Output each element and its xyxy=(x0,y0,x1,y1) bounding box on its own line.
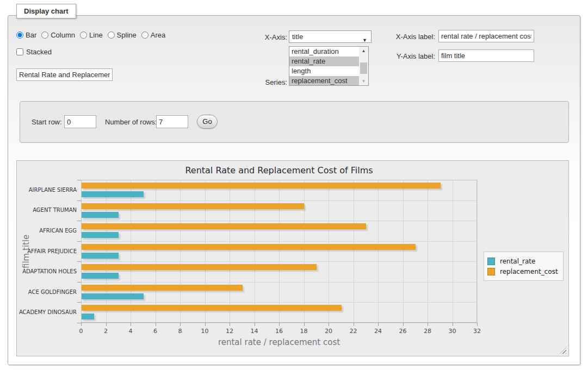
y-tick xyxy=(77,241,81,242)
chevron-down-icon: ▼ xyxy=(362,35,367,46)
start-row-label: Start row: xyxy=(32,118,62,126)
x-axis-selected-value: title xyxy=(292,33,303,41)
plot-area: AIRPLANE SIERRAAGENT TRUMANAFRICAN EGGAF… xyxy=(81,180,477,323)
chart-type-option-area: Area xyxy=(141,31,165,39)
chart-title-input[interactable] xyxy=(16,68,113,81)
x-tick-label: 0 xyxy=(71,328,91,335)
start-row-input[interactable] xyxy=(64,115,96,128)
scroll-up-icon[interactable]: ▲ xyxy=(359,47,368,55)
go-button[interactable]: Go xyxy=(197,115,218,129)
legend-item: rental_rate xyxy=(487,256,558,266)
x-axis-label-caption: X-Axis label: xyxy=(389,33,435,41)
resize-grip-icon[interactable] xyxy=(560,347,566,354)
number-of-rows-label: Number of rows: xyxy=(105,118,157,126)
legend-label: replacement_cost xyxy=(500,268,558,275)
x-tick xyxy=(477,323,478,326)
chart-type-radio-area[interactable] xyxy=(141,32,148,39)
series-option-length[interactable]: length xyxy=(289,66,368,76)
y-axis-label-caption: Y-Axis label: xyxy=(389,52,435,61)
y-tick xyxy=(77,323,81,323)
x-tick-label: 18 xyxy=(294,328,314,335)
chart-type-radio-label: Bar xyxy=(26,31,36,39)
x-tick-label: 24 xyxy=(368,328,388,335)
y-tick xyxy=(77,221,81,221)
x-tick-label: 28 xyxy=(418,328,437,335)
x-axis-title: rental rate / replacement cost xyxy=(81,337,477,347)
series-option-replacement_cost[interactable]: replacement_cost xyxy=(289,76,368,86)
x-tick xyxy=(131,323,131,326)
x-tick-label: 16 xyxy=(269,328,289,335)
chart-type-radio-line[interactable] xyxy=(80,32,87,39)
panel-title: Display chart xyxy=(16,4,76,18)
series-option-rental_duration[interactable]: rental_duration xyxy=(289,47,368,57)
scroll-down-icon[interactable]: ▼ xyxy=(359,77,368,85)
category-label: AIRPLANE SIERRA xyxy=(13,187,77,193)
x-tick xyxy=(255,323,255,326)
x-tick xyxy=(180,323,181,326)
stacked-option: Stacked xyxy=(16,48,52,56)
stacked-label: Stacked xyxy=(26,48,52,56)
x-tick-label: 4 xyxy=(121,328,140,335)
chart-type-option-line: Line xyxy=(80,31,103,39)
y-tick xyxy=(77,261,81,262)
x-tick-label: 14 xyxy=(245,328,264,335)
series-scrollbar[interactable]: ▲ ▼ xyxy=(359,47,368,85)
x-tick xyxy=(304,323,305,326)
chart-type-radio-label: Spline xyxy=(117,31,137,39)
x-axis-select[interactable]: title ▼ xyxy=(289,30,372,43)
y-tick xyxy=(77,180,81,180)
scrollbar-thumb[interactable] xyxy=(360,62,367,74)
series-option-rental_rate[interactable]: rental_rate xyxy=(289,57,368,66)
x-tick-label: 20 xyxy=(319,328,338,335)
x-tick xyxy=(156,323,156,326)
x-tick xyxy=(81,323,82,326)
chart-type-option-spline: Spline xyxy=(108,31,137,39)
chart-container: Rental Rate and Replacement Cost of Film… xyxy=(16,160,569,356)
stacked-checkbox[interactable] xyxy=(16,48,23,55)
chart-legend: rental_ratereplacement_cost xyxy=(484,252,564,281)
x-tick xyxy=(106,323,107,326)
x-tick-label: 8 xyxy=(170,328,190,335)
legend-swatch-rental_rate xyxy=(487,258,495,265)
x-tick-label: 6 xyxy=(146,328,165,335)
x-tick xyxy=(354,323,354,326)
x-tick-label: 10 xyxy=(195,328,215,335)
chart-type-option-bar: Bar xyxy=(16,31,36,39)
chart-type-radio-label: Line xyxy=(89,31,103,39)
x-tick xyxy=(230,323,230,326)
chart-type-option-column: Column xyxy=(41,31,75,39)
x-axis-label-input[interactable] xyxy=(438,30,534,42)
chart-type-radio-group: BarColumnLineSplineArea xyxy=(16,30,170,39)
y-axis-label-input[interactable] xyxy=(438,49,534,62)
x-tick xyxy=(205,323,206,326)
number-of-rows-input[interactable] xyxy=(156,115,188,128)
legend-swatch-replacement_cost xyxy=(487,268,495,275)
chart-type-radio-column[interactable] xyxy=(41,32,48,39)
x-tick xyxy=(428,323,428,326)
y-tick xyxy=(77,200,81,201)
x-tick xyxy=(453,323,453,326)
row-range-panel xyxy=(20,101,569,143)
legend-item: replacement_cost xyxy=(487,267,558,276)
y-tick xyxy=(77,302,81,303)
x-tick-label: 26 xyxy=(393,328,413,335)
chart-type-radio-bar[interactable] xyxy=(16,32,23,39)
chart-title: Rental Rate and Replacement Cost of Film… xyxy=(81,165,477,175)
legend-label: rental_rate xyxy=(500,258,535,265)
chart-type-radio-spline[interactable] xyxy=(108,32,115,39)
chart-type-radio-label: Column xyxy=(51,31,75,39)
plot-border xyxy=(81,180,477,323)
y-tick xyxy=(77,282,81,283)
gridline-vertical xyxy=(477,180,478,323)
x-tick xyxy=(403,323,404,326)
chart-type-radio-label: Area xyxy=(151,31,165,39)
x-tick-label: 30 xyxy=(443,328,462,335)
series-options: rental_durationrental_ratelengthreplacem… xyxy=(289,47,368,86)
x-tick-label: 22 xyxy=(344,328,363,335)
x-tick xyxy=(279,323,280,326)
series-multiselect[interactable]: rental_durationrental_ratelengthreplacem… xyxy=(289,46,369,86)
y-axis-title: film title xyxy=(21,205,31,298)
x-tick-label: 32 xyxy=(467,328,487,335)
category-label: ACADEMY DINOSAUR xyxy=(13,309,77,315)
x-tick xyxy=(378,323,379,326)
